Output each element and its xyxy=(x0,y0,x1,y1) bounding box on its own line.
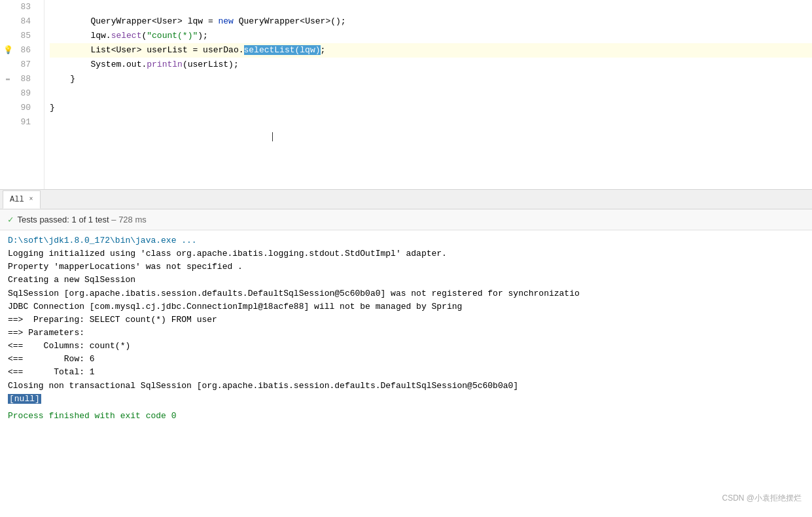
fold-icon[interactable]: ▬ xyxy=(3,72,13,86)
code-line-86: List<User> userList = userDao.selectList… xyxy=(50,43,812,58)
null-highlight: [null] xyxy=(8,394,41,404)
test-result-text: Tests passed: 1 of 1 test – 728 ms xyxy=(17,215,146,224)
code-content[interactable]: QueryWrapper<User> lqw = new QueryWrappe… xyxy=(44,0,812,189)
console-line-7: ==> Parameters: xyxy=(8,327,804,340)
tab-all-label: All xyxy=(10,195,24,204)
line-88: ▬ 88 xyxy=(0,72,36,86)
test-check-icon: ✓ xyxy=(8,214,13,225)
bottom-panel: All × ✓ Tests passed: 1 of 1 test – 728 … xyxy=(0,190,812,517)
line-87: 87 xyxy=(0,58,36,72)
console-line-4: SqlSession [org.apache.ibatis.session.de… xyxy=(8,287,804,300)
code-line-87: System.out.println(userList); xyxy=(50,58,812,72)
closing-text: Closing xyxy=(8,381,44,391)
code-line-89 xyxy=(50,86,812,101)
line-85: 85 xyxy=(0,29,36,43)
lightbulb-icon[interactable]: 💡 xyxy=(3,43,13,58)
watermark: CSDN @小袁拒绝摆烂 xyxy=(722,493,802,504)
code-line-88: } xyxy=(50,72,812,86)
code-line-84: QueryWrapper<User> lqw = new QueryWrappe… xyxy=(50,14,812,29)
line-numbers: 83 84 85 💡 86 87 ▬ 88 89 90 91 xyxy=(0,0,44,189)
console-line-5: JDBC Connection [com.mysql.cj.jdbc.Conne… xyxy=(8,300,804,313)
console-null-output: [null] xyxy=(8,393,804,406)
line-89: 89 xyxy=(0,86,36,101)
line-86: 💡 86 xyxy=(0,43,36,58)
console-line-closing: Closing non transactional SqlSession [or… xyxy=(8,380,804,393)
line-91: 91 xyxy=(0,115,36,130)
console-output[interactable]: D:\soft\jdk1.8.0_172\bin\java.exe ... Lo… xyxy=(0,230,812,517)
console-line-6: ==> Preparing: SELECT count(*) FROM user xyxy=(8,313,804,327)
tab-close-icon[interactable]: × xyxy=(29,196,33,203)
test-count: 1 of 1 test xyxy=(72,215,112,224)
line-90: 90 xyxy=(0,101,36,115)
console-line-3: Creating a new SqlSession xyxy=(8,274,804,287)
console-path-line: D:\soft\jdk1.8.0_172\bin\java.exe ... xyxy=(8,234,804,247)
console-line-10: <== Total: 1 xyxy=(8,366,804,379)
line-83: 83 xyxy=(0,0,36,14)
console-finish-line: Process finished with exit code 0 xyxy=(8,410,804,423)
cursor-line xyxy=(50,130,812,144)
console-line-2: Property 'mapperLocations' was not speci… xyxy=(8,260,804,274)
code-line-91 xyxy=(50,115,812,130)
code-line-83 xyxy=(50,0,812,14)
code-line-85: lqw.select("count(*)"); xyxy=(50,29,812,43)
console-line-8: <== Columns: count(*) xyxy=(8,340,804,353)
tab-bar: All × xyxy=(0,190,812,209)
test-result-bar: ✓ Tests passed: 1 of 1 test – 728 ms xyxy=(0,209,812,230)
code-line-90: } xyxy=(50,101,812,115)
console-line-9: <== Row: 6 xyxy=(8,353,804,366)
text-cursor xyxy=(272,132,273,141)
test-passed-label: Tests passed: xyxy=(17,215,69,224)
test-time: – 728 ms xyxy=(111,215,146,224)
tab-all[interactable]: All × xyxy=(3,190,41,209)
line-84: 84 xyxy=(0,14,36,29)
console-line-1: Logging initialized using 'class org.apa… xyxy=(8,247,804,260)
code-editor: 83 84 85 💡 86 87 ▬ 88 89 90 91 QueryWrap… xyxy=(0,0,812,190)
